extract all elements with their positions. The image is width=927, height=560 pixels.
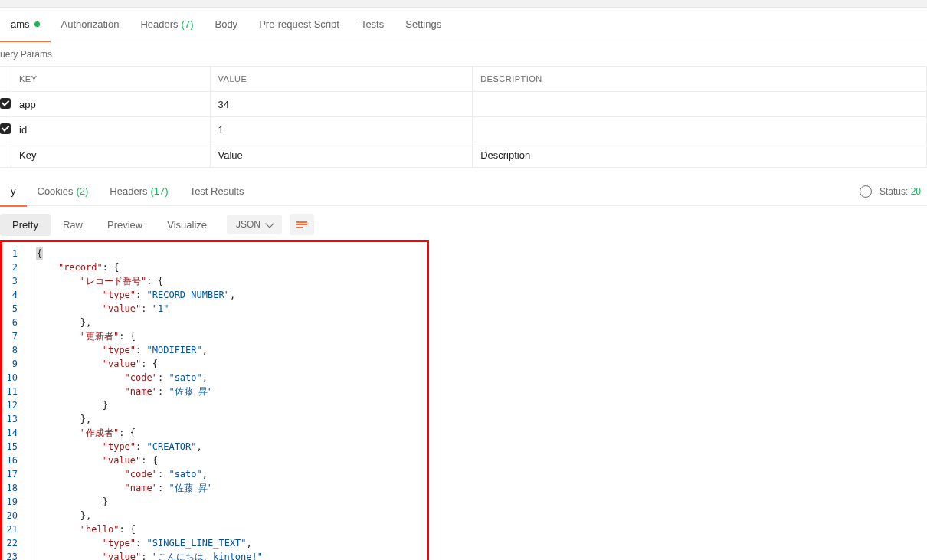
token	[36, 495, 103, 509]
code-line: 13 },	[2, 412, 427, 426]
tab-pre-request-script[interactable]: Pre-request Script	[248, 8, 350, 41]
line-number: 10	[2, 371, 25, 385]
token: ,	[230, 288, 235, 302]
token: "こんにちは、kintone!"	[152, 550, 263, 560]
code-line: 20 },	[2, 509, 427, 522]
line-number: 6	[2, 316, 25, 329]
tab-tests[interactable]: Tests	[350, 8, 395, 41]
tab-body[interactable]: Body	[204, 8, 248, 41]
token: :	[136, 343, 146, 357]
tab-ams[interactable]: ams	[0, 8, 51, 41]
fold-gutter[interactable]	[25, 274, 31, 288]
row-checkbox-cell[interactable]	[0, 117, 11, 142]
checkbox-checked-icon[interactable]	[0, 123, 11, 134]
fold-gutter[interactable]	[25, 536, 31, 550]
param-desc-cell[interactable]	[473, 117, 927, 142]
column-key-header[interactable]: KEY	[11, 67, 211, 92]
code-line: 9 "value": {	[2, 357, 427, 371]
response-body-highlight-box: 1{2 "record": {3 "レコード番号": {4 "type": "R…	[0, 240, 429, 560]
param-key-input[interactable]: Key	[11, 142, 211, 168]
row-checkbox-cell[interactable]	[0, 92, 11, 117]
fold-gutter[interactable]	[25, 550, 31, 560]
fold-gutter[interactable]	[25, 260, 31, 274]
unsaved-dot-icon	[34, 21, 40, 27]
token	[36, 412, 80, 426]
response-tab-headers[interactable]: Headers (17)	[99, 177, 179, 206]
fold-gutter[interactable]	[25, 398, 31, 412]
token: ,	[202, 467, 208, 481]
fold-gutter[interactable]	[25, 343, 31, 357]
response-tab-cookies[interactable]: Cookies (2)	[27, 177, 100, 206]
token: :	[141, 302, 152, 316]
param-value-cell[interactable]: 1	[210, 117, 473, 142]
view-pretty-button[interactable]: Pretty	[0, 214, 51, 236]
fold-gutter[interactable]	[25, 302, 31, 316]
column-value-header[interactable]: VALUE	[210, 67, 473, 92]
fold-gutter[interactable]	[25, 495, 31, 509]
token	[36, 509, 80, 522]
param-desc-cell[interactable]	[473, 92, 927, 117]
fold-gutter[interactable]	[25, 509, 31, 522]
line-number: 5	[2, 302, 25, 316]
line-number: 4	[2, 288, 25, 302]
token	[36, 481, 125, 495]
tab-settings[interactable]: Settings	[395, 8, 452, 41]
param-desc-input[interactable]: Description	[473, 142, 927, 168]
fold-gutter[interactable]	[25, 288, 31, 302]
view-raw-button[interactable]: Raw	[51, 214, 95, 236]
token: :	[141, 550, 152, 560]
token: "RECORD_NUMBER"	[147, 288, 230, 302]
token: "sato"	[169, 371, 201, 385]
token: :	[158, 467, 169, 481]
table-row: app34	[0, 92, 927, 117]
fold-gutter[interactable]	[25, 481, 31, 495]
code-line: 14 "作成者": {	[2, 426, 427, 440]
fold-gutter[interactable]	[25, 522, 31, 536]
wrap-lines-button[interactable]	[290, 214, 314, 235]
fold-gutter[interactable]	[25, 329, 31, 343]
token	[36, 260, 58, 274]
code-line: 7 "更新者": {	[2, 329, 427, 343]
code-line: 5 "value": "1"	[2, 302, 427, 316]
code-line: 23 "value": "こんにちは、kintone!"	[2, 550, 427, 560]
param-key-cell[interactable]: app	[11, 92, 211, 117]
view-visualize-button[interactable]: Visualize	[155, 214, 219, 236]
code-line: 4 "type": "RECORD_NUMBER",	[2, 288, 427, 302]
fold-gutter[interactable]	[25, 426, 31, 440]
token	[36, 357, 103, 371]
format-dropdown[interactable]: JSON	[227, 215, 282, 234]
token: :	[158, 371, 169, 385]
fold-gutter[interactable]	[25, 412, 31, 426]
fold-gutter[interactable]	[25, 440, 31, 454]
token: : {	[141, 357, 158, 371]
tab-headers[interactable]: Headers (7)	[129, 8, 204, 41]
fold-gutter[interactable]	[25, 467, 31, 481]
token	[36, 522, 80, 536]
tab-authorization[interactable]: Authorization	[51, 8, 130, 41]
code-line: 3 "レコード番号": {	[2, 274, 427, 288]
response-body[interactable]: 1{2 "record": {3 "レコード番号": {4 "type": "R…	[2, 242, 427, 560]
fold-gutter[interactable]	[25, 454, 31, 467]
fold-gutter[interactable]	[25, 247, 31, 260]
column-description-header[interactable]: DESCRIPTION	[473, 67, 927, 92]
token	[36, 385, 125, 398]
fold-gutter[interactable]	[25, 371, 31, 385]
token: "code"	[125, 467, 158, 481]
view-preview-button[interactable]: Preview	[95, 214, 155, 236]
param-key-cell[interactable]: id	[11, 117, 211, 142]
param-value-input[interactable]: Value	[210, 142, 473, 168]
checkbox-checked-icon[interactable]	[0, 98, 11, 109]
token: : {	[103, 260, 120, 274]
param-value-cell[interactable]: 34	[210, 92, 473, 117]
response-tab-y[interactable]: y	[0, 177, 27, 206]
token: "value"	[103, 302, 142, 316]
line-number: 21	[2, 522, 25, 536]
token: ,	[197, 440, 202, 454]
fold-gutter[interactable]	[25, 385, 31, 398]
token	[36, 454, 103, 467]
fold-gutter[interactable]	[25, 357, 31, 371]
response-tab-test-results[interactable]: Test Results	[179, 177, 255, 206]
fold-gutter[interactable]	[25, 316, 31, 329]
token: "name"	[125, 385, 158, 398]
globe-icon[interactable]	[860, 185, 872, 198]
